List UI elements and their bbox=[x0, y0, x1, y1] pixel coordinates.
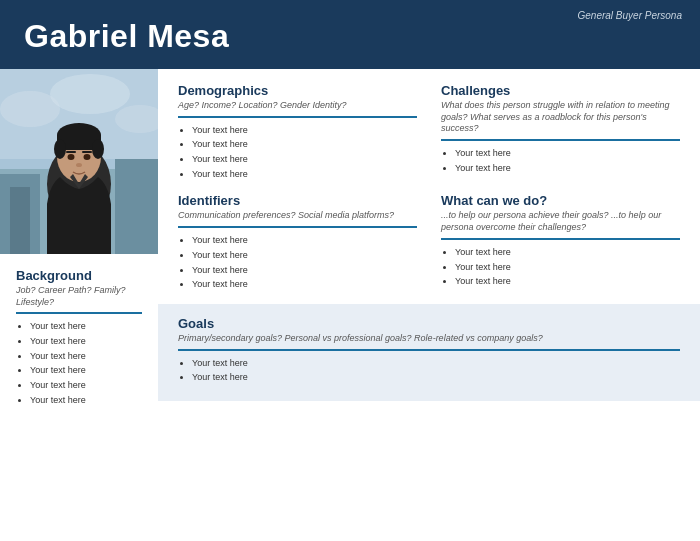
top-row: Demographics Age? Income? Location? Gend… bbox=[178, 83, 680, 183]
right-column: Demographics Age? Income? Location? Gend… bbox=[158, 69, 700, 410]
list-item: Your text here bbox=[192, 235, 417, 247]
svg-point-14 bbox=[54, 139, 66, 159]
header: General Buyer Persona Gabriel Mesa bbox=[0, 0, 700, 69]
demographics-list: Your text here Your text here Your text … bbox=[178, 125, 417, 181]
list-item: Your text here bbox=[30, 380, 142, 392]
list-item: Your text here bbox=[192, 169, 417, 181]
list-item: Your text here bbox=[455, 262, 680, 274]
background-section: Background Job? Career Path? Family? Lif… bbox=[0, 254, 158, 410]
list-item: Your text here bbox=[192, 139, 417, 151]
middle-row: Identifiers Communication preferences? S… bbox=[178, 193, 680, 293]
list-item: Your text here bbox=[192, 154, 417, 166]
demographics-subtitle: Age? Income? Location? Gender Identity? bbox=[178, 100, 417, 112]
challenges-list: Your text here Your text here bbox=[441, 148, 680, 174]
demographics-section: Demographics Age? Income? Location? Gend… bbox=[178, 83, 417, 183]
identifiers-section: Identifiers Communication preferences? S… bbox=[178, 193, 417, 293]
whatcanwedo-divider bbox=[441, 238, 680, 240]
identifiers-divider bbox=[178, 226, 417, 228]
page-title: Gabriel Mesa bbox=[24, 18, 676, 55]
svg-rect-19 bbox=[82, 151, 92, 153]
goals-divider bbox=[178, 349, 680, 351]
identifiers-subtitle: Communication preferences? Social media … bbox=[178, 210, 417, 222]
svg-point-17 bbox=[84, 154, 91, 160]
background-title: Background bbox=[16, 268, 142, 283]
list-item: Your text here bbox=[192, 250, 417, 262]
list-item: Your text here bbox=[455, 276, 680, 288]
page: General Buyer Persona Gabriel Mesa bbox=[0, 0, 700, 541]
persona-photo bbox=[0, 69, 158, 254]
demographics-divider bbox=[178, 116, 417, 118]
whatcanwedo-list: Your text here Your text here Your text … bbox=[441, 247, 680, 288]
whatcanwedo-section: What can we do? ...to help our persona a… bbox=[441, 193, 680, 293]
identifiers-list: Your text here Your text here Your text … bbox=[178, 235, 417, 291]
svg-point-15 bbox=[92, 139, 104, 159]
background-subtitle: Job? Career Path? Family? Lifestyle? bbox=[16, 285, 142, 308]
left-column: Background Job? Career Path? Family? Lif… bbox=[0, 69, 158, 410]
svg-point-20 bbox=[76, 163, 82, 167]
goals-list: Your text here Your text here bbox=[178, 358, 680, 384]
body-content: Background Job? Career Path? Family? Lif… bbox=[0, 69, 700, 410]
svg-point-3 bbox=[50, 74, 130, 114]
list-item: Your text here bbox=[30, 336, 142, 348]
list-item: Your text here bbox=[30, 351, 142, 363]
challenges-section: Challenges What does this person struggl… bbox=[441, 83, 680, 183]
list-item: Your text here bbox=[30, 395, 142, 407]
whatcanwedo-subtitle: ...to help our persona achieve their goa… bbox=[441, 210, 680, 233]
background-divider bbox=[16, 312, 142, 314]
list-item: Your text here bbox=[192, 265, 417, 277]
list-item: Your text here bbox=[192, 279, 417, 291]
list-item: Your text here bbox=[455, 148, 680, 160]
list-item: Your text here bbox=[192, 358, 680, 370]
whatcanwedo-title: What can we do? bbox=[441, 193, 680, 208]
svg-rect-7 bbox=[115, 159, 158, 254]
svg-rect-18 bbox=[66, 151, 76, 153]
list-item: Your text here bbox=[455, 247, 680, 259]
goals-subtitle: Primary/secondary goals? Personal vs pro… bbox=[178, 333, 680, 345]
list-item: Your text here bbox=[192, 372, 680, 384]
demographics-title: Demographics bbox=[178, 83, 417, 98]
background-list: Your text here Your text here Your text … bbox=[16, 321, 142, 406]
list-item: Your text here bbox=[192, 125, 417, 137]
challenges-subtitle: What does this person struggle with in r… bbox=[441, 100, 680, 135]
identifiers-title: Identifiers bbox=[178, 193, 417, 208]
svg-point-16 bbox=[68, 154, 75, 160]
header-label: General Buyer Persona bbox=[577, 10, 682, 21]
goals-inner: Goals Primary/secondary goals? Personal … bbox=[178, 316, 680, 384]
list-item: Your text here bbox=[30, 321, 142, 333]
challenges-title: Challenges bbox=[441, 83, 680, 98]
list-item: Your text here bbox=[455, 163, 680, 175]
goals-section: Goals Primary/secondary goals? Personal … bbox=[158, 304, 700, 401]
list-item: Your text here bbox=[30, 365, 142, 377]
challenges-divider bbox=[441, 139, 680, 141]
svg-rect-8 bbox=[10, 187, 30, 254]
goals-title: Goals bbox=[178, 316, 680, 331]
